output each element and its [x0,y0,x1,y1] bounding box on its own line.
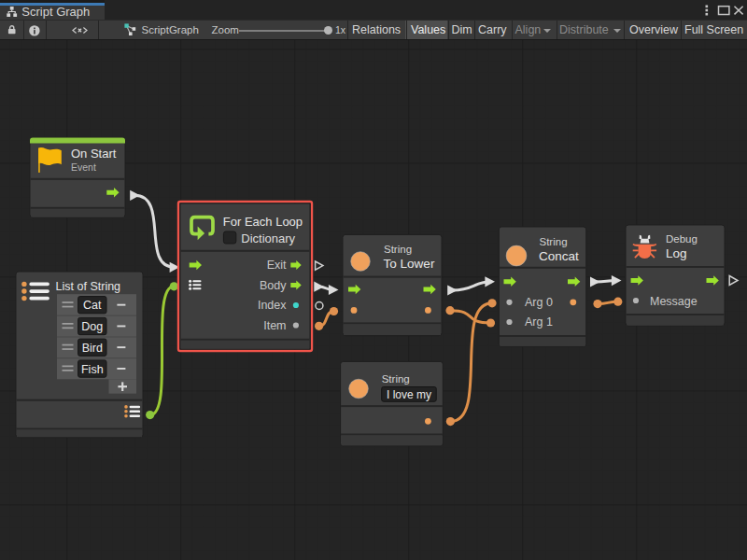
svg-text:Bird: Bird [82,342,103,355]
svg-text:Body: Body [260,279,287,292]
svg-text:List of String: List of String [56,280,121,293]
svg-text:String: String [384,244,412,255]
svg-text:Exit: Exit [267,259,287,272]
svg-text:Dictionary: Dictionary [241,231,295,245]
svg-text:Log: Log [666,246,687,260]
svg-text:String: String [540,236,568,247]
svg-text:String: String [382,373,410,385]
svg-text:Concat: Concat [539,249,579,263]
svg-text:Message: Message [650,295,698,308]
svg-text:For Each Loop: For Each Loop [223,215,303,229]
svg-text:On Start: On Start [71,147,117,161]
svg-text:I love my: I love my [387,388,431,401]
svg-text:Item: Item [263,319,286,332]
svg-text:Cat: Cat [83,299,102,312]
svg-text:Arg 0: Arg 0 [525,296,553,309]
svg-text:Fish: Fish [81,363,104,376]
svg-text:Arg 1: Arg 1 [525,315,553,329]
svg-text:To Lower: To Lower [384,257,435,271]
svg-text:Debug: Debug [666,233,698,245]
svg-text:Event: Event [71,161,96,173]
svg-text:Dog: Dog [81,320,103,333]
svg-text:Index: Index [258,299,287,312]
